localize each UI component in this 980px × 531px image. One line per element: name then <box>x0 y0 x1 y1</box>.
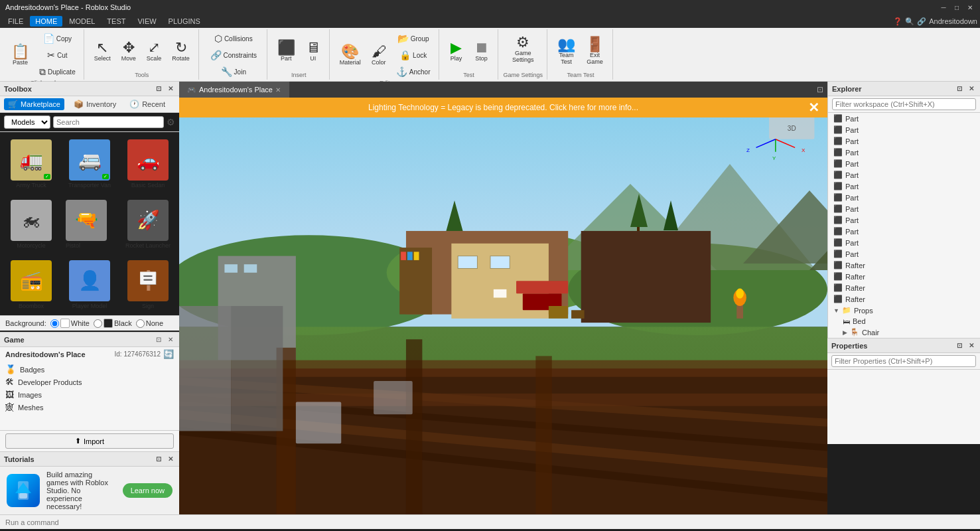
toolbox-item-rocket-launcher[interactable]: 🚀 Rocket Launcher <box>121 196 175 253</box>
toolbox-item-transporter-van[interactable]: 🚐 ✓ Transporter Van <box>62 136 117 192</box>
bg-none-radio[interactable] <box>136 319 145 328</box>
game-panel-pop-out[interactable]: ⊡ <box>154 335 163 344</box>
viewport-tab-game[interactable]: 🎮 Andresitodown's Place ✕ <box>179 82 289 98</box>
toolbox-item-player-model[interactable]: 👤 Player Model <box>62 257 117 313</box>
tree-item-part-5[interactable]: ⬛Part <box>828 158 980 169</box>
toolbox-close-button[interactable]: ✕ <box>166 84 175 93</box>
bg-white-option[interactable]: White <box>50 319 90 328</box>
filter-button[interactable]: ⚙ <box>167 117 175 127</box>
exit-game-button[interactable]: 🚪 Exit Game <box>581 33 608 70</box>
move-button[interactable]: ✥ Move <box>117 33 141 70</box>
game-list-developer-products[interactable]: 🛠 Developer Products <box>5 376 174 388</box>
connect-icon[interactable]: 🔗 <box>917 17 926 26</box>
tree-item-props[interactable]: ▼ 📁 Props <box>828 305 980 316</box>
models-dropdown[interactable]: Models <box>4 115 50 129</box>
explorer-close[interactable]: ✕ <box>967 84 976 93</box>
import-button[interactable]: ⬆ Import <box>5 433 174 449</box>
toolbox-item-boombox[interactable]: 📻 Boombox <box>4 257 58 313</box>
tree-item-chair[interactable]: ▶ 🪑 Chair <box>837 327 980 338</box>
toolbox-item-basic-sedan[interactable]: 🚗 Basic Sedan <box>121 136 175 192</box>
tree-item-rafter-1[interactable]: ⬛Rafter <box>828 260 980 271</box>
tab-inventory[interactable]: 📦 Inventory <box>70 98 120 110</box>
close-button[interactable]: ✕ <box>965 3 975 12</box>
notification-close-button[interactable]: ✕ <box>808 100 819 115</box>
tree-item-part-4[interactable]: ⬛Part <box>828 147 980 158</box>
group-button[interactable]: 📂 Group <box>393 31 433 46</box>
toolbox-item-sign[interactable]: 🪧 Sign <box>121 257 175 313</box>
menu-test[interactable]: TEST <box>102 16 131 27</box>
play-button[interactable]: ▶ Play <box>445 33 468 70</box>
color-button[interactable]: 🖌 Color <box>367 37 391 74</box>
tree-item-rafter-4[interactable]: ⬛Rafter <box>828 293 980 305</box>
tree-item-part-9[interactable]: ⬛Part <box>828 203 980 214</box>
game-list-meshes[interactable]: 🕸 Meshes <box>5 401 174 414</box>
game-settings-button[interactable]: ⚙ Game Settings <box>508 31 539 68</box>
ui-button[interactable]: 🖥 UI <box>301 33 325 70</box>
properties-search-input[interactable] <box>831 355 976 367</box>
tree-item-part-12[interactable]: ⬛Part <box>828 237 980 248</box>
minimize-button[interactable]: ─ <box>939 3 948 12</box>
help-icon[interactable]: ❓ <box>893 17 902 26</box>
tree-item-part-10[interactable]: ⬛Part <box>828 214 980 226</box>
game-panel-close[interactable]: ✕ <box>166 335 175 344</box>
search-input[interactable] <box>53 116 164 128</box>
collisions-button[interactable]: ⬡ Collisions <box>210 31 257 46</box>
tree-item-rafter-3[interactable]: ⬛Rafter <box>828 282 980 293</box>
lock-button[interactable]: 🔒 Lock <box>395 47 431 63</box>
toolbox-pop-out-button[interactable]: ⊡ <box>154 84 163 93</box>
bg-none-option[interactable]: None <box>136 319 163 328</box>
constraints-button[interactable]: 🔗 Constraints <box>206 47 261 63</box>
toolbox-item-pistol[interactable]: 🔫 Pistol Pistol <box>62 196 117 253</box>
game-list-badges[interactable]: 🏅 Badges <box>5 363 174 376</box>
bg-black-option[interactable]: Black <box>94 319 132 328</box>
game-list-images[interactable]: 🖼 Images <box>5 388 174 401</box>
cut-button[interactable]: ✂ Cut <box>35 47 80 63</box>
tree-item-part-13[interactable]: ⬛Part <box>828 248 980 260</box>
viewport[interactable]: 3D X Y Z <box>179 98 827 514</box>
refresh-button[interactable]: 🔄 <box>163 349 174 359</box>
material-button[interactable]: 🎨 Material <box>335 37 366 74</box>
tree-item-part-6[interactable]: ⬛Part <box>828 169 980 181</box>
toolbox-item-motorcycle[interactable]: 🏍 Motorcycle <box>4 196 58 253</box>
team-test-button[interactable]: 👥 Team Test <box>553 33 580 70</box>
copy-button[interactable]: 📄 Copy <box>35 31 80 46</box>
learn-now-button[interactable]: Learn now <box>123 483 173 498</box>
stop-button[interactable]: ⏹ Stop <box>470 33 494 70</box>
select-button[interactable]: ↖ Select <box>90 33 115 70</box>
tree-item-bed[interactable]: 🛏 Bed <box>837 316 980 327</box>
part-button[interactable]: ⬛ Part <box>273 33 300 70</box>
anchor-button[interactable]: ⚓ Anchor <box>392 64 435 80</box>
properties-pop-out[interactable]: ⊡ <box>955 341 964 350</box>
menu-model[interactable]: MODEL <box>64 16 100 27</box>
maximize-button[interactable]: □ <box>952 3 961 12</box>
join-button[interactable]: 🔧 Join <box>217 64 250 80</box>
scale-button[interactable]: ⤢ Scale <box>142 33 167 70</box>
tree-item-rafter-2[interactable]: ⬛Rafter <box>828 271 980 282</box>
tree-item-part-11[interactable]: ⬛Part <box>828 226 980 237</box>
tab-recent[interactable]: 🕐 Recent <box>125 98 169 110</box>
bg-white-radio[interactable] <box>50 319 59 328</box>
search-studio-icon[interactable]: 🔍 <box>905 17 914 26</box>
toolbox-item-army-truck[interactable]: 🚛 ✓ Army Truck <box>4 136 58 192</box>
explorer-pop-out[interactable]: ⊡ <box>955 84 964 93</box>
notification-banner[interactable]: Lighting Technology = Legacy is being de… <box>179 98 827 117</box>
menu-file[interactable]: FILE <box>3 16 29 27</box>
duplicate-button[interactable]: ⧉ Duplicate <box>35 64 80 80</box>
tree-item-part-7[interactable]: ⬛Part <box>828 181 980 192</box>
menu-plugins[interactable]: PLUGINS <box>163 16 206 27</box>
viewport-expand-button[interactable]: ⊡ <box>817 85 823 94</box>
menu-home[interactable]: HOME <box>30 16 62 27</box>
tree-item-part-8[interactable]: ⬛Part <box>828 192 980 203</box>
rotate-button[interactable]: ↻ Rotate <box>167 33 194 70</box>
explorer-search-input[interactable] <box>832 98 976 110</box>
properties-close[interactable]: ✕ <box>967 341 976 350</box>
tree-item-part-1[interactable]: ⬛Part <box>828 113 980 124</box>
tab-marketplace[interactable]: 🛒 Marketplace <box>4 98 64 110</box>
tutorials-close[interactable]: ✕ <box>166 455 175 463</box>
bg-black-radio[interactable] <box>94 319 102 328</box>
tree-item-part-3[interactable]: ⬛Part <box>828 135 980 147</box>
viewport-close-button[interactable]: ✕ <box>275 86 281 94</box>
command-input[interactable] <box>5 518 975 526</box>
tree-item-part-2[interactable]: ⬛Part <box>828 124 980 135</box>
tutorials-pop-out[interactable]: ⊡ <box>154 455 163 463</box>
